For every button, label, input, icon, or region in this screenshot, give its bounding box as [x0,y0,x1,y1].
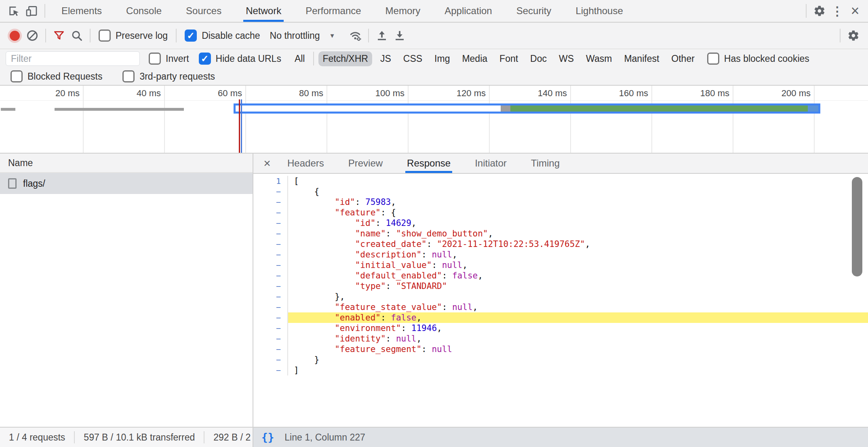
close-detail-icon[interactable]: × [259,156,275,170]
type-filter-img[interactable]: Img [430,51,454,66]
type-filter-ws[interactable]: WS [555,51,578,66]
filter-funnel-icon[interactable] [50,27,68,44]
code-text: "default_enabled": false, [288,270,868,281]
fold-marker-icon[interactable]: − [253,333,288,344]
code-text: [ [288,176,868,186]
waterfall-segment [501,105,510,112]
fold-marker-icon[interactable]: − [253,302,288,312]
has-blocked-cookies-label[interactable]: Has blocked cookies [724,53,809,64]
third-party-label[interactable]: 3rd-party requests [139,71,215,82]
detail-tab-preview[interactable]: Preview [347,154,384,173]
detail-tab-headers[interactable]: Headers [286,154,326,173]
timeline-tick-label: 80 ms [259,88,323,99]
fold-marker-icon[interactable]: − [253,323,288,333]
type-filter-css[interactable]: CSS [399,51,426,66]
type-filter-doc[interactable]: Doc [526,51,551,66]
type-filter-fetch-xhr[interactable]: Fetch/XHR [318,51,372,66]
device-toolbar-icon[interactable] [23,2,40,20]
code-line: − "enabled": false, [253,312,868,323]
resource-type-filters: AllFetch/XHRJSCSSImgMediaFontDocWSWasmMa… [289,51,701,66]
clear-network-log-icon[interactable] [23,27,41,44]
timeline-gridline [814,86,815,153]
invert-checkbox[interactable] [149,53,161,65]
detail-tab-initiator[interactable]: Initiator [473,154,508,173]
tab-application[interactable]: Application [442,0,494,22]
preserve-log-checkbox[interactable] [99,30,111,42]
fold-marker-icon[interactable]: − [253,239,288,249]
request-options-row: Blocked Requests 3rd-party requests [0,68,868,86]
throttling-select[interactable]: No throttling ▾ [270,30,334,41]
code-line: − "name": "show_demo_button", [253,228,868,239]
detail-tab-timing[interactable]: Timing [529,154,561,173]
disable-cache-toggle: ✓ Disable cache [185,30,260,42]
pretty-print-icon[interactable]: {} [261,431,274,443]
tab-memory[interactable]: Memory [383,0,423,22]
invert-label[interactable]: Invert [166,53,189,64]
record-network-log-icon[interactable] [6,27,23,44]
fold-marker-icon[interactable]: − [253,281,288,291]
fold-marker-icon[interactable]: − [253,365,288,375]
tab-network[interactable]: Network [243,0,284,22]
tab-lighthouse[interactable]: Lighthouse [573,0,625,22]
type-filter-font[interactable]: Font [495,51,522,66]
import-har-icon[interactable] [373,27,391,44]
fold-marker-icon[interactable]: − [253,270,288,281]
fold-marker-icon[interactable]: − [253,291,288,302]
blocked-requests-label[interactable]: Blocked Requests [27,71,102,82]
tab-security[interactable]: Security [514,0,554,22]
close-devtools-icon[interactable]: × [846,2,864,20]
chevron-down-icon: ▾ [331,31,334,40]
network-conditions-icon[interactable] [346,27,364,44]
fold-marker-icon[interactable]: − [253,249,288,260]
timeline-gridline [245,86,246,153]
type-filter-wasm[interactable]: Wasm [582,51,616,66]
third-party-checkbox[interactable] [122,70,135,82]
fold-marker-icon[interactable]: − [253,354,288,365]
vertical-scrollbar[interactable] [852,177,862,276]
tab-console[interactable]: Console [124,0,164,22]
type-filter-manifest[interactable]: Manifest [620,51,663,66]
type-filter-all[interactable]: All [291,51,309,66]
fold-marker-icon[interactable]: − [253,344,288,354]
hide-data-urls-checkbox[interactable]: ✓ [199,53,211,65]
preserve-log-label[interactable]: Preserve log [116,30,168,41]
has-blocked-cookies-checkbox[interactable] [707,53,719,65]
has-blocked-cookies-toggle: Has blocked cookies [707,53,809,65]
blocked-requests-checkbox[interactable] [11,70,23,82]
code-line: −] [253,365,868,375]
network-main-area: Name flags/ × HeadersPreviewResponseInit… [0,154,868,427]
network-settings-gear-icon[interactable] [845,27,862,44]
network-overview-timeline[interactable]: 20 ms40 ms60 ms80 ms100 ms120 ms140 ms16… [0,86,868,154]
waterfall-segment [510,105,808,112]
fold-marker-icon[interactable]: − [253,207,288,218]
tab-elements[interactable]: Elements [59,0,104,22]
detail-tab-response[interactable]: Response [405,154,452,173]
search-icon[interactable] [68,27,86,44]
type-filter-js[interactable]: JS [376,51,395,66]
more-options-icon[interactable]: ⋮ [828,2,846,20]
overview-request-bar [1,108,15,111]
fold-marker-icon[interactable]: − [253,260,288,270]
settings-gear-icon[interactable] [811,2,828,20]
type-filter-media[interactable]: Media [458,51,491,66]
fold-marker-icon[interactable]: − [253,197,288,207]
status-segment: 597 B / 10.1 kB transferred [75,431,204,443]
hide-data-urls-label[interactable]: Hide data URLs [216,53,281,64]
code-line: − "feature": { [253,207,868,218]
fold-marker-icon[interactable]: − [253,312,288,323]
code-line: − "id": 75983, [253,197,868,207]
fold-marker-icon[interactable]: − [253,228,288,239]
code-text: "feature_segment": null [288,344,868,354]
inspect-element-icon[interactable] [5,2,23,20]
name-column-header[interactable]: Name [0,154,253,173]
disable-cache-checkbox[interactable]: ✓ [185,30,197,42]
type-filter-other[interactable]: Other [667,51,699,66]
fold-marker-icon[interactable]: − [253,218,288,228]
disable-cache-label[interactable]: Disable cache [202,30,260,41]
request-row[interactable]: flags/ [0,173,253,194]
export-har-icon[interactable] [391,27,409,44]
fold-marker-icon[interactable]: − [253,186,288,197]
filter-input[interactable] [6,51,140,66]
tab-sources[interactable]: Sources [183,0,224,22]
tab-performance[interactable]: Performance [303,0,363,22]
